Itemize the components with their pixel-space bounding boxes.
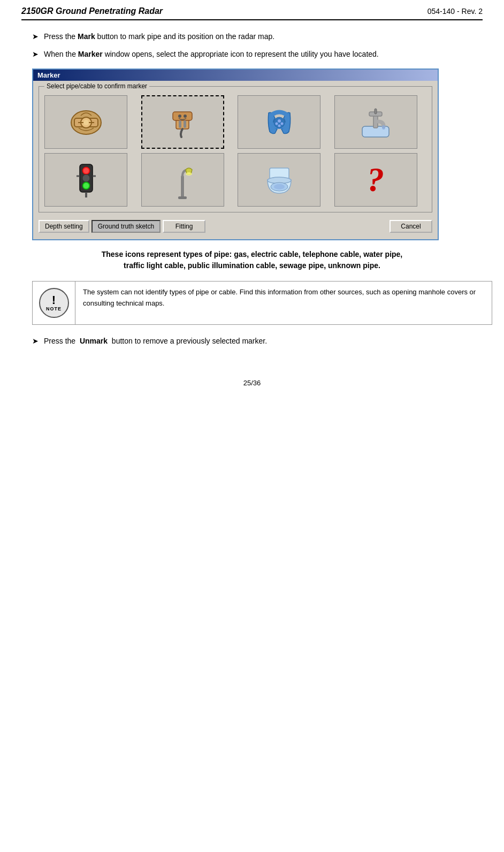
- fitting-button[interactable]: Fitting: [163, 220, 205, 233]
- icons-grid: ?: [44, 92, 426, 207]
- note-text: The system can not identify types of pip…: [75, 282, 492, 324]
- bullet-arrow-2: ➤: [32, 50, 39, 58]
- svg-point-3: [83, 120, 89, 125]
- icon-unknown[interactable]: ?: [334, 153, 417, 207]
- note-icon-cell: ! NOTE: [33, 282, 75, 324]
- caption-line1: These icons represent types of pipe: gas…: [102, 250, 403, 258]
- page-content: ➤ Press the Mark button to mark pipe and…: [21, 31, 483, 347]
- svg-rect-20: [375, 109, 377, 114]
- page-footer: 25/36: [21, 379, 483, 387]
- marker-window-body: Select pipe/cable to confirm marker: [33, 81, 438, 239]
- select-group-label: Select pipe/cable to confirm marker: [44, 82, 149, 90]
- cancel-button[interactable]: Cancel: [390, 220, 432, 233]
- ground-truth-sketch-button[interactable]: Ground truth sketch: [91, 220, 161, 233]
- marker-buttons-row: Depth setting Ground truth sketch Fittin…: [39, 218, 432, 234]
- icon-electric[interactable]: [141, 95, 224, 149]
- svg-rect-8: [179, 120, 181, 128]
- svg-point-32: [186, 172, 192, 176]
- svg-rect-7: [173, 112, 192, 120]
- note-label: NOTE: [46, 306, 62, 311]
- page-number: 25/36: [243, 379, 261, 387]
- bullet-marker: ➤ When the Marker window opens, select t…: [32, 49, 472, 60]
- svg-point-25: [82, 174, 90, 182]
- bold-unmark: Unmark: [80, 337, 108, 345]
- caption-line2: traffic light cable, public illumination…: [124, 261, 380, 270]
- depth-setting-button[interactable]: Depth setting: [39, 220, 89, 233]
- marker-window-title: Marker: [37, 71, 60, 79]
- svg-point-37: [274, 184, 285, 189]
- page-header: 2150GR Ground Penetrating Radar 054-140 …: [21, 0, 483, 20]
- svg-point-15: [280, 122, 283, 125]
- unknown-question-mark: ?: [367, 160, 384, 200]
- bold-mark: Mark: [78, 32, 95, 41]
- bullet-arrow-1: ➤: [32, 32, 39, 41]
- bullet-marker-text: When the Marker window opens, select the…: [44, 49, 379, 60]
- caption-block: These icons represent types of pipe: gas…: [32, 249, 472, 271]
- svg-point-14: [275, 122, 278, 125]
- bold-marker: Marker: [78, 50, 103, 58]
- bullet-mark-text: Press the Mark button to mark pipe and i…: [44, 31, 274, 42]
- svg-point-13: [278, 119, 281, 123]
- note-circle: ! NOTE: [39, 288, 69, 318]
- icon-telephone[interactable]: [238, 95, 320, 149]
- svg-rect-33: [178, 196, 187, 199]
- icon-lamp[interactable]: [141, 153, 224, 207]
- marker-titlebar: Marker: [33, 70, 438, 81]
- icon-sewage[interactable]: [238, 153, 320, 207]
- icon-water[interactable]: [334, 95, 417, 149]
- note-box: ! NOTE The system can not identify types…: [32, 281, 492, 325]
- icon-gas[interactable]: [44, 95, 127, 149]
- document-revision: 054-140 - Rev. 2: [427, 7, 483, 16]
- svg-point-10: [178, 115, 181, 118]
- svg-rect-28: [85, 192, 87, 197]
- svg-point-16: [278, 124, 280, 127]
- marker-window: Marker Select pipe/cable to confirm mark…: [32, 69, 439, 240]
- svg-rect-31: [181, 176, 184, 197]
- bullet-arrow-3: ➤: [32, 337, 39, 345]
- svg-point-11: [184, 115, 187, 118]
- bullet-mark: ➤ Press the Mark button to mark pipe and…: [32, 31, 472, 42]
- document-title: 2150GR Ground Penetrating Radar: [21, 6, 163, 16]
- bullet-unmark-text: Press the Unmark button to remove a prev…: [44, 336, 267, 347]
- svg-point-24: [83, 168, 89, 173]
- select-group: Select pipe/cable to confirm marker: [39, 86, 432, 212]
- note-exclamation: !: [52, 294, 56, 306]
- bullet-unmark: ➤ Press the Unmark button to remove a pr…: [32, 336, 472, 347]
- icon-traffic[interactable]: [44, 153, 127, 207]
- svg-rect-9: [184, 120, 186, 128]
- svg-point-21: [382, 125, 385, 130]
- svg-point-27: [83, 183, 89, 188]
